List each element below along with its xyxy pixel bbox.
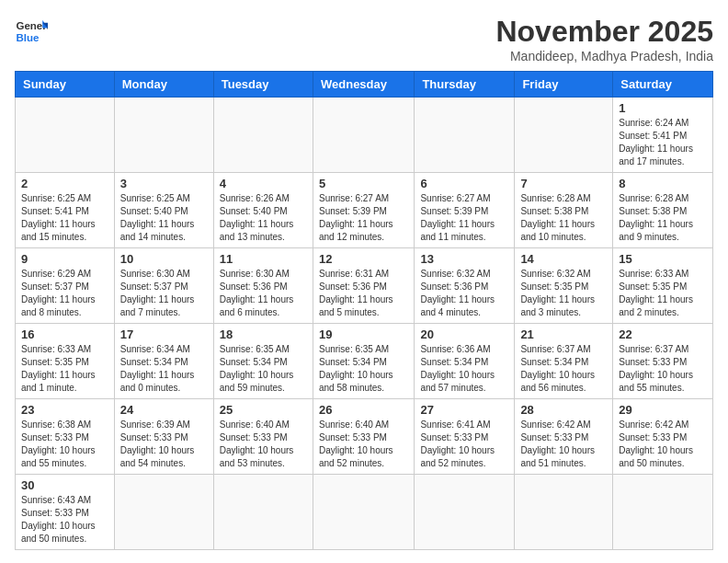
day-info: Sunrise: 6:36 AM Sunset: 5:34 PM Dayligh…: [420, 343, 508, 395]
weekday-header-monday: Monday: [114, 72, 213, 98]
day-info: Sunrise: 6:41 AM Sunset: 5:33 PM Dayligh…: [420, 419, 508, 470]
day-info: Sunrise: 6:28 AM Sunset: 5:38 PM Dayligh…: [520, 192, 607, 244]
calendar-cell: [16, 98, 115, 173]
calendar-week-3: 16Sunrise: 6:33 AM Sunset: 5:35 PM Dayli…: [16, 324, 713, 399]
calendar-cell: [415, 98, 515, 173]
calendar-cell: [213, 98, 313, 173]
calendar-cell: 11Sunrise: 6:30 AM Sunset: 5:36 PM Dayli…: [213, 248, 313, 324]
calendar-cell: 28Sunrise: 6:42 AM Sunset: 5:33 PM Dayli…: [515, 399, 613, 475]
weekday-header-sunday: Sunday: [16, 72, 115, 98]
day-info: Sunrise: 6:29 AM Sunset: 5:37 PM Dayligh…: [21, 268, 108, 319]
calendar-week-0: 1Sunrise: 6:24 AM Sunset: 5:41 PM Daylig…: [16, 98, 713, 173]
calendar-cell: 23Sunrise: 6:38 AM Sunset: 5:33 PM Dayli…: [16, 399, 115, 475]
day-number: 9: [21, 252, 108, 266]
day-info: Sunrise: 6:33 AM Sunset: 5:35 PM Dayligh…: [619, 268, 707, 319]
day-number: 18: [220, 327, 307, 341]
day-number: 14: [520, 252, 607, 266]
calendar-cell: [415, 475, 515, 550]
day-number: 12: [319, 252, 408, 266]
calendar-cell: 25Sunrise: 6:40 AM Sunset: 5:33 PM Dayli…: [213, 399, 313, 475]
day-info: Sunrise: 6:24 AM Sunset: 5:41 PM Dayligh…: [619, 117, 707, 168]
calendar-cell: [213, 475, 313, 550]
day-number: 1: [619, 101, 707, 115]
day-number: 5: [319, 177, 408, 190]
calendar-cell: 12Sunrise: 6:31 AM Sunset: 5:36 PM Dayli…: [313, 248, 414, 324]
calendar-week-4: 23Sunrise: 6:38 AM Sunset: 5:33 PM Dayli…: [16, 399, 713, 475]
weekday-header-friday: Friday: [515, 72, 613, 98]
calendar-cell: 15Sunrise: 6:33 AM Sunset: 5:35 PM Dayli…: [613, 248, 713, 324]
title-area: November 2025 Mandideep, Madhya Pradesh,…: [495, 15, 713, 63]
day-number: 8: [619, 177, 707, 190]
calendar-cell: [313, 98, 414, 173]
weekday-header-wednesday: Wednesday: [313, 72, 414, 98]
location-subtitle: Mandideep, Madhya Pradesh, India: [495, 49, 713, 63]
calendar-cell: 3Sunrise: 6:25 AM Sunset: 5:40 PM Daylig…: [114, 173, 213, 248]
day-info: Sunrise: 6:43 AM Sunset: 5:33 PM Dayligh…: [21, 494, 108, 546]
day-number: 25: [220, 403, 307, 417]
calendar-week-5: 30Sunrise: 6:43 AM Sunset: 5:33 PM Dayli…: [16, 475, 713, 550]
day-info: Sunrise: 6:40 AM Sunset: 5:33 PM Dayligh…: [319, 419, 408, 470]
calendar-week-1: 2Sunrise: 6:25 AM Sunset: 5:41 PM Daylig…: [16, 173, 713, 248]
day-info: Sunrise: 6:40 AM Sunset: 5:33 PM Dayligh…: [220, 419, 307, 470]
calendar-cell: [114, 98, 213, 173]
calendar-cell: 9Sunrise: 6:29 AM Sunset: 5:37 PM Daylig…: [16, 248, 115, 324]
calendar-cell: 17Sunrise: 6:34 AM Sunset: 5:34 PM Dayli…: [114, 324, 213, 399]
day-info: Sunrise: 6:39 AM Sunset: 5:33 PM Dayligh…: [120, 419, 208, 470]
day-info: Sunrise: 6:30 AM Sunset: 5:36 PM Dayligh…: [220, 268, 307, 319]
calendar-cell: 13Sunrise: 6:32 AM Sunset: 5:36 PM Dayli…: [415, 248, 515, 324]
day-number: 22: [619, 327, 707, 341]
day-info: Sunrise: 6:28 AM Sunset: 5:38 PM Dayligh…: [619, 192, 707, 244]
calendar-cell: 8Sunrise: 6:28 AM Sunset: 5:38 PM Daylig…: [613, 173, 713, 248]
day-info: Sunrise: 6:42 AM Sunset: 5:33 PM Dayligh…: [520, 419, 607, 470]
day-number: 27: [420, 403, 508, 417]
calendar-cell: [515, 475, 613, 550]
calendar-week-2: 9Sunrise: 6:29 AM Sunset: 5:37 PM Daylig…: [16, 248, 713, 324]
day-number: 26: [319, 403, 408, 417]
day-info: Sunrise: 6:25 AM Sunset: 5:40 PM Dayligh…: [120, 192, 208, 244]
day-info: Sunrise: 6:42 AM Sunset: 5:33 PM Dayligh…: [619, 419, 707, 470]
svg-text:Blue: Blue: [16, 32, 40, 43]
day-number: 2: [21, 177, 108, 190]
calendar-cell: 29Sunrise: 6:42 AM Sunset: 5:33 PM Dayli…: [613, 399, 713, 475]
page-header: General Blue November 2025 Mandideep, Ma…: [15, 15, 713, 63]
calendar-cell: 24Sunrise: 6:39 AM Sunset: 5:33 PM Dayli…: [114, 399, 213, 475]
weekday-header-tuesday: Tuesday: [213, 72, 313, 98]
day-number: 19: [319, 327, 408, 341]
calendar-cell: 5Sunrise: 6:27 AM Sunset: 5:39 PM Daylig…: [313, 173, 414, 248]
day-number: 17: [120, 327, 208, 341]
month-title: November 2025: [495, 15, 713, 49]
day-number: 28: [520, 403, 607, 417]
calendar-cell: [613, 475, 713, 550]
day-number: 29: [619, 403, 707, 417]
calendar-cell: [114, 475, 213, 550]
calendar-cell: 26Sunrise: 6:40 AM Sunset: 5:33 PM Dayli…: [313, 399, 414, 475]
calendar-cell: 30Sunrise: 6:43 AM Sunset: 5:33 PM Dayli…: [16, 475, 115, 550]
day-info: Sunrise: 6:31 AM Sunset: 5:36 PM Dayligh…: [319, 268, 408, 319]
day-number: 15: [619, 252, 707, 266]
calendar-cell: 4Sunrise: 6:26 AM Sunset: 5:40 PM Daylig…: [213, 173, 313, 248]
weekday-header-row: SundayMondayTuesdayWednesdayThursdayFrid…: [16, 72, 713, 98]
day-info: Sunrise: 6:32 AM Sunset: 5:36 PM Dayligh…: [420, 268, 508, 319]
calendar-cell: [313, 475, 414, 550]
calendar-cell: 6Sunrise: 6:27 AM Sunset: 5:39 PM Daylig…: [415, 173, 515, 248]
day-info: Sunrise: 6:27 AM Sunset: 5:39 PM Dayligh…: [420, 192, 508, 244]
day-info: Sunrise: 6:30 AM Sunset: 5:37 PM Dayligh…: [120, 268, 208, 319]
day-number: 7: [520, 177, 607, 190]
weekday-header-thursday: Thursday: [415, 72, 515, 98]
day-number: 3: [120, 177, 208, 190]
day-number: 20: [420, 327, 508, 341]
calendar-cell: 1Sunrise: 6:24 AM Sunset: 5:41 PM Daylig…: [613, 98, 713, 173]
calendar-cell: 14Sunrise: 6:32 AM Sunset: 5:35 PM Dayli…: [515, 248, 613, 324]
day-info: Sunrise: 6:37 AM Sunset: 5:34 PM Dayligh…: [520, 343, 607, 395]
day-number: 10: [120, 252, 208, 266]
day-info: Sunrise: 6:35 AM Sunset: 5:34 PM Dayligh…: [220, 343, 307, 395]
calendar-cell: 21Sunrise: 6:37 AM Sunset: 5:34 PM Dayli…: [515, 324, 613, 399]
day-number: 24: [120, 403, 208, 417]
weekday-header-saturday: Saturday: [613, 72, 713, 98]
day-number: 30: [21, 478, 108, 492]
calendar-cell: 20Sunrise: 6:36 AM Sunset: 5:34 PM Dayli…: [415, 324, 515, 399]
day-info: Sunrise: 6:37 AM Sunset: 5:33 PM Dayligh…: [619, 343, 707, 395]
day-info: Sunrise: 6:32 AM Sunset: 5:35 PM Dayligh…: [520, 268, 607, 319]
calendar-cell: 16Sunrise: 6:33 AM Sunset: 5:35 PM Dayli…: [16, 324, 115, 399]
day-info: Sunrise: 6:27 AM Sunset: 5:39 PM Dayligh…: [319, 192, 408, 244]
